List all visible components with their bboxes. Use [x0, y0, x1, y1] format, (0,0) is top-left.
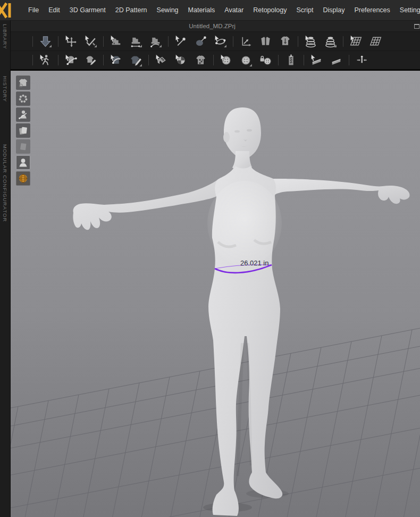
marvelous-designer-logo-icon	[0, 2, 16, 19]
toolbar-row-2	[11, 51, 420, 69]
simulate-button[interactable]	[36, 34, 55, 49]
segment-sewing-button[interactable]	[126, 34, 146, 49]
select-move-button[interactable]	[61, 34, 81, 49]
document-title: Untitled_MD.ZPrj	[189, 23, 236, 29]
arrangement-gizmo-button[interactable]	[236, 34, 256, 49]
pin-button[interactable]	[171, 34, 191, 49]
cursor-pen-check-icon	[84, 35, 97, 48]
show-patterns-toggle[interactable]	[16, 123, 30, 138]
toolbar-separator	[168, 36, 169, 47]
menu-3d-garment[interactable]: 3D Garment	[65, 0, 110, 20]
menu-settings[interactable]: Settings	[396, 0, 420, 20]
menu-2d-pattern[interactable]: 2D Pattern	[111, 0, 152, 20]
toolbar-separator	[58, 36, 58, 47]
stacked-sheets-icon	[18, 125, 29, 136]
transform-pattern-button[interactable]	[81, 34, 100, 49]
3d-scene[interactable]: 26.021 in	[11, 71, 420, 517]
viewport-toggle-column	[16, 76, 30, 186]
button-icon	[239, 54, 253, 67]
menu-display[interactable]: Display	[318, 0, 349, 20]
toolbar-viewport-divider	[0, 69, 420, 71]
avatar-walk-button[interactable]	[36, 52, 55, 68]
toolbar-separator	[103, 36, 104, 47]
zipper-button[interactable]	[281, 52, 301, 68]
person-tape-icon	[18, 109, 29, 120]
cursor-bucket-icon	[155, 54, 168, 67]
zipper-icon	[284, 54, 298, 67]
buttonhole-button[interactable]	[256, 52, 275, 68]
side-tab-modular-configurator[interactable]: MODULAR CONFIGURATOR	[2, 144, 8, 222]
side-tab-library[interactable]: LIBRARY	[2, 24, 8, 49]
edit-sewing-button[interactable]	[211, 34, 230, 49]
toolbar-separator	[148, 55, 149, 65]
show-pattern-pieces-button[interactable]	[256, 34, 275, 49]
title-bar: Untitled_MD.ZPrj	[4, 20, 420, 32]
shirt-icon	[18, 77, 29, 88]
float-window-icon[interactable]	[414, 24, 419, 29]
toolbar-separator	[58, 55, 58, 65]
button-button[interactable]	[236, 52, 256, 68]
wedge-icon	[330, 54, 343, 67]
shirt-pen-icon	[84, 54, 97, 67]
flat-trim-button[interactable]	[326, 52, 346, 68]
3d-viewport[interactable]: 26.021 in	[11, 71, 420, 517]
pin-arrows-icon	[355, 54, 368, 67]
show-avatar-measurements-toggle[interactable]	[16, 107, 30, 122]
sew-button[interactable]	[106, 34, 126, 49]
menu-avatar[interactable]: Avatar	[220, 0, 248, 20]
toolbar-separator	[233, 36, 233, 47]
show-pattern-outline-toggle[interactable]	[16, 139, 30, 154]
fold-arrangement-button[interactable]	[275, 34, 295, 49]
texture-shirt-button[interactable]	[191, 52, 211, 68]
split-shirt-icon	[259, 35, 272, 48]
trim-curve-button[interactable]	[106, 52, 126, 68]
tape-measure-button[interactable]	[61, 52, 81, 68]
axis-arrow-icon	[239, 35, 253, 48]
texture-paint-button[interactable]	[152, 52, 171, 68]
toolbar-separator	[32, 55, 33, 65]
toolbar-separator	[213, 55, 214, 65]
edit-tape-button[interactable]	[81, 52, 100, 68]
button-place-button[interactable]	[216, 52, 236, 68]
show-avatar-toggle[interactable]	[16, 155, 30, 170]
show-seamlines-toggle[interactable]	[16, 91, 30, 106]
measure-stack-button[interactable]	[321, 34, 340, 49]
pleat-pin-button[interactable]	[352, 52, 372, 68]
cursor-wedge-icon	[310, 54, 323, 67]
measure-select-button[interactable]	[301, 34, 321, 49]
cursor-stack-icon	[304, 35, 317, 48]
menu-materials[interactable]: Materials	[184, 0, 220, 20]
cursor-button-icon	[220, 54, 233, 67]
sewing-machine-segment-icon	[129, 35, 142, 48]
show-garment-toggle[interactable]	[16, 76, 30, 90]
cursor-grid-icon	[349, 35, 363, 48]
sewing-machine-icon	[110, 35, 123, 48]
edit-trim-button[interactable]	[126, 52, 146, 68]
texture-surface-toggle[interactable]	[16, 171, 30, 186]
menu-file[interactable]: File	[24, 0, 43, 20]
menu-preferences[interactable]: Preferences	[350, 0, 394, 20]
grid-button[interactable]	[366, 34, 385, 49]
side-tab-history[interactable]: HISTORY	[2, 76, 8, 102]
toolbar-separator	[103, 55, 104, 65]
grid-select-button[interactable]	[346, 34, 366, 49]
stack-icon	[324, 35, 337, 48]
cursor-shirt-tape-icon	[64, 54, 78, 67]
tack-button[interactable]	[191, 34, 211, 49]
toolbar-separator	[349, 55, 349, 65]
shirt-arrow-icon	[279, 35, 292, 48]
sheet-icon	[18, 141, 29, 152]
toolbar-row-1	[11, 32, 420, 51]
cursor-person-icon	[39, 54, 52, 67]
flat-trim-select-button[interactable]	[307, 52, 326, 68]
dark-shirt-pencil-icon	[129, 54, 142, 67]
menu-edit[interactable]: Edit	[44, 0, 64, 20]
menu-script[interactable]: Script	[292, 0, 317, 20]
simulate-arrow-icon	[39, 35, 52, 48]
menu-bar: FileEdit3D Garment2D PatternSewingMateri…	[0, 0, 420, 20]
side-tab-strip: LIBRARYHISTORYMODULAR CONFIGURATOR	[0, 20, 11, 517]
free-sewing-button[interactable]	[146, 34, 165, 49]
menu-sewing[interactable]: Sewing	[153, 0, 183, 20]
texture-ball-button[interactable]	[171, 52, 191, 68]
menu-retopology[interactable]: Retopology	[249, 0, 291, 20]
